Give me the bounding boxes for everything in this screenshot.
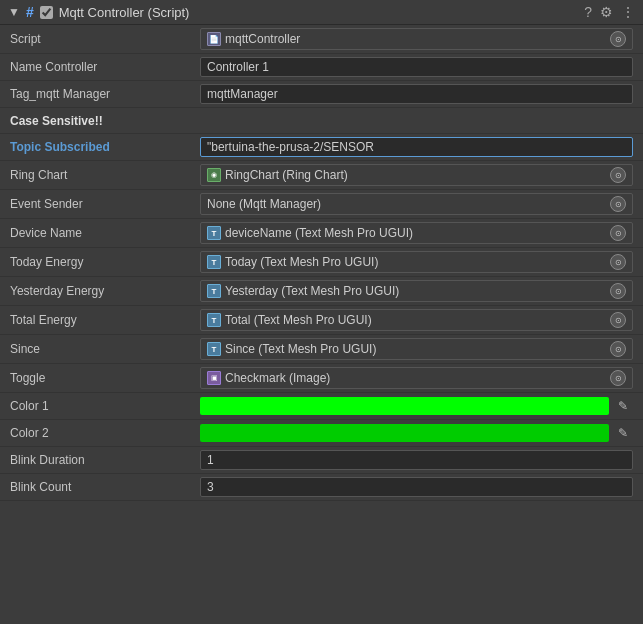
tag-mqtt-label: Tag_mqtt Manager bbox=[10, 87, 200, 101]
since-value-box[interactable]: T Since (Text Mesh Pro UGUI) ⊙ bbox=[200, 338, 633, 360]
event-sender-value-box[interactable]: None (Mqtt Manager) ⊙ bbox=[200, 193, 633, 215]
device-name-value: deviceName (Text Mesh Pro UGUI) bbox=[225, 226, 413, 240]
yesterday-energy-value-box[interactable]: T Yesterday (Text Mesh Pro UGUI) ⊙ bbox=[200, 280, 633, 302]
toggle-label: Toggle bbox=[10, 371, 200, 385]
name-controller-value: Controller 1 bbox=[207, 60, 269, 74]
today-energy-value: Today (Text Mesh Pro UGUI) bbox=[225, 255, 378, 269]
since-row: Since T Since (Text Mesh Pro UGUI) ⊙ bbox=[0, 335, 643, 364]
ring-chart-target-btn[interactable]: ⊙ bbox=[610, 167, 626, 183]
ring-chart-icon: ◉ bbox=[207, 168, 221, 182]
topic-subscribed-label: Topic Subscribed bbox=[10, 140, 200, 154]
yesterday-energy-label: Yesterday Energy bbox=[10, 284, 200, 298]
today-energy-icon: T bbox=[207, 255, 221, 269]
script-row: Script 📄 mqttController ⊙ bbox=[0, 25, 643, 54]
tag-mqtt-value: mqttManager bbox=[207, 87, 278, 101]
blink-duration-value: 1 bbox=[207, 453, 214, 467]
toggle-image-icon: ▣ bbox=[207, 371, 221, 385]
today-energy-value-box[interactable]: T Today (Text Mesh Pro UGUI) ⊙ bbox=[200, 251, 633, 273]
total-energy-row: Total Energy T Total (Text Mesh Pro UGUI… bbox=[0, 306, 643, 335]
color1-bar[interactable] bbox=[200, 397, 609, 415]
color1-row: Color 1 ✎ bbox=[0, 393, 643, 420]
since-icon: T bbox=[207, 342, 221, 356]
color2-bar[interactable] bbox=[200, 424, 609, 442]
color2-label: Color 2 bbox=[10, 426, 200, 440]
device-name-target-btn[interactable]: ⊙ bbox=[610, 225, 626, 241]
topic-subscribed-row: Topic Subscribed "bertuina-the-prusa-2/S… bbox=[0, 134, 643, 161]
yesterday-energy-row: Yesterday Energy T Yesterday (Text Mesh … bbox=[0, 277, 643, 306]
total-energy-label: Total Energy bbox=[10, 313, 200, 327]
blink-count-row: Blink Count 3 bbox=[0, 474, 643, 501]
yesterday-energy-value: Yesterday (Text Mesh Pro UGUI) bbox=[225, 284, 399, 298]
blink-duration-label: Blink Duration bbox=[10, 453, 200, 467]
topic-subscribed-value: "bertuina-the-prusa-2/SENSOR bbox=[207, 140, 374, 154]
script-label: Script bbox=[10, 32, 200, 46]
today-energy-row: Today Energy T Today (Text Mesh Pro UGUI… bbox=[0, 248, 643, 277]
ring-chart-value: RingChart (Ring Chart) bbox=[225, 168, 348, 182]
event-sender-label: Event Sender bbox=[10, 197, 200, 211]
total-energy-icon: T bbox=[207, 313, 221, 327]
color2-row: Color 2 ✎ bbox=[0, 420, 643, 447]
script-value-box[interactable]: 📄 mqttController ⊙ bbox=[200, 28, 633, 50]
overflow-icon[interactable]: ⋮ bbox=[621, 4, 635, 20]
ring-chart-value-box[interactable]: ◉ RingChart (Ring Chart) ⊙ bbox=[200, 164, 633, 186]
inspector-panel: Script 📄 mqttController ⊙ Name Controlle… bbox=[0, 25, 643, 501]
ring-chart-label: Ring Chart bbox=[10, 168, 200, 182]
color1-pencil-btn[interactable]: ✎ bbox=[613, 396, 633, 416]
yesterday-energy-icon: T bbox=[207, 284, 221, 298]
case-sensitive-label: Case Sensitive!! bbox=[10, 114, 633, 128]
blink-count-value: 3 bbox=[207, 480, 214, 494]
header-action-icons: ? ⚙ ⋮ bbox=[584, 4, 635, 20]
component-enabled-checkbox[interactable] bbox=[40, 6, 53, 19]
since-target-btn[interactable]: ⊙ bbox=[610, 341, 626, 357]
today-energy-target-btn[interactable]: ⊙ bbox=[610, 254, 626, 270]
blink-duration-row: Blink Duration 1 bbox=[0, 447, 643, 474]
inspector-header: ▼ # Mqtt Controller (Script) ? ⚙ ⋮ bbox=[0, 0, 643, 25]
toggle-value: Checkmark (Image) bbox=[225, 371, 330, 385]
device-name-icon: T bbox=[207, 226, 221, 240]
device-name-label: Device Name bbox=[10, 226, 200, 240]
toggle-target-btn[interactable]: ⊙ bbox=[610, 370, 626, 386]
settings-icon[interactable]: ⚙ bbox=[600, 4, 613, 20]
event-sender-row: Event Sender None (Mqtt Manager) ⊙ bbox=[0, 190, 643, 219]
since-value: Since (Text Mesh Pro UGUI) bbox=[225, 342, 376, 356]
script-icon: 📄 bbox=[207, 32, 221, 46]
topic-subscribed-value-box[interactable]: "bertuina-the-prusa-2/SENSOR bbox=[200, 137, 633, 157]
device-name-value-box[interactable]: T deviceName (Text Mesh Pro UGUI) ⊙ bbox=[200, 222, 633, 244]
name-controller-value-box[interactable]: Controller 1 bbox=[200, 57, 633, 77]
script-target-btn[interactable]: ⊙ bbox=[610, 31, 626, 47]
component-title: Mqtt Controller (Script) bbox=[59, 5, 579, 20]
yesterday-energy-target-btn[interactable]: ⊙ bbox=[610, 283, 626, 299]
script-value: mqttController bbox=[225, 32, 300, 46]
name-controller-row: Name Controller Controller 1 bbox=[0, 54, 643, 81]
case-sensitive-row: Case Sensitive!! bbox=[0, 108, 643, 134]
tag-mqtt-value-box[interactable]: mqttManager bbox=[200, 84, 633, 104]
event-sender-target-btn[interactable]: ⊙ bbox=[610, 196, 626, 212]
toggle-value-box[interactable]: ▣ Checkmark (Image) ⊙ bbox=[200, 367, 633, 389]
blink-duration-value-box[interactable]: 1 bbox=[200, 450, 633, 470]
today-energy-label: Today Energy bbox=[10, 255, 200, 269]
color1-label: Color 1 bbox=[10, 399, 200, 413]
total-energy-target-btn[interactable]: ⊙ bbox=[610, 312, 626, 328]
total-energy-value-box[interactable]: T Total (Text Mesh Pro UGUI) ⊙ bbox=[200, 309, 633, 331]
blink-count-label: Blink Count bbox=[10, 480, 200, 494]
color2-pencil-btn[interactable]: ✎ bbox=[613, 423, 633, 443]
toggle-row: Toggle ▣ Checkmark (Image) ⊙ bbox=[0, 364, 643, 393]
event-sender-value: None (Mqtt Manager) bbox=[207, 197, 321, 211]
blink-count-value-box[interactable]: 3 bbox=[200, 477, 633, 497]
collapse-arrow[interactable]: ▼ bbox=[8, 5, 20, 19]
name-controller-label: Name Controller bbox=[10, 60, 200, 74]
tag-mqtt-row: Tag_mqtt Manager mqttManager bbox=[0, 81, 643, 108]
hash-icon: # bbox=[26, 4, 34, 20]
question-icon[interactable]: ? bbox=[584, 4, 592, 20]
device-name-row: Device Name T deviceName (Text Mesh Pro … bbox=[0, 219, 643, 248]
total-energy-value: Total (Text Mesh Pro UGUI) bbox=[225, 313, 372, 327]
ring-chart-row: Ring Chart ◉ RingChart (Ring Chart) ⊙ bbox=[0, 161, 643, 190]
since-label: Since bbox=[10, 342, 200, 356]
